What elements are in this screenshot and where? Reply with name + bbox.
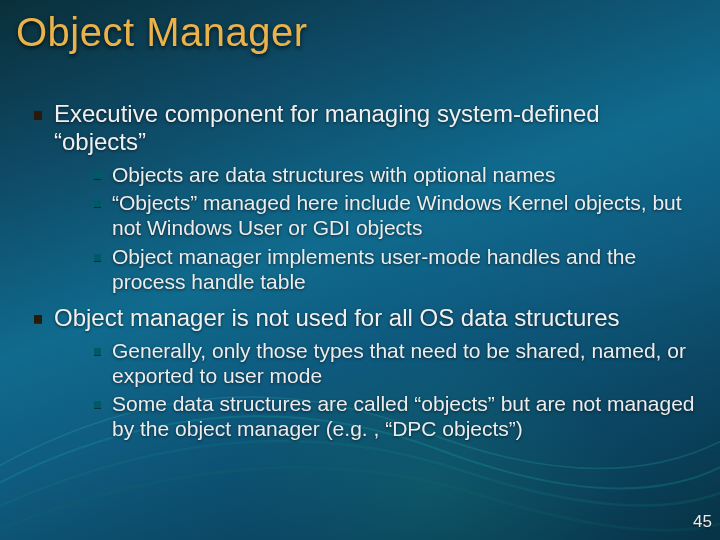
bullet-text: Executive component for managing system-… [54,100,600,155]
slide: Object Manager Executive component for m… [0,0,720,540]
slide-title: Object Manager [16,10,308,55]
bullet-item: Executive component for managing system-… [34,100,696,294]
sub-bullet-item: “Objects” managed here include Windows K… [94,191,696,241]
bullet-list-level1: Executive component for managing system-… [34,100,696,442]
bullet-text: Object manager is not used for all OS da… [54,304,620,331]
bullet-item: Object manager is not used for all OS da… [34,304,696,441]
sub-bullet-item: Some data structures are called “objects… [94,392,696,442]
sub-bullet-item: Object manager implements user-mode hand… [94,245,696,295]
sub-bullet-item: Generally, only those types that need to… [94,339,696,389]
slide-content: Executive component for managing system-… [34,100,696,452]
sub-bullet-item: Objects are data structures with optiona… [94,163,696,188]
bullet-list-level2: Objects are data structures with optiona… [54,163,696,295]
page-number: 45 [693,512,712,532]
bullet-list-level2: Generally, only those types that need to… [54,339,696,442]
